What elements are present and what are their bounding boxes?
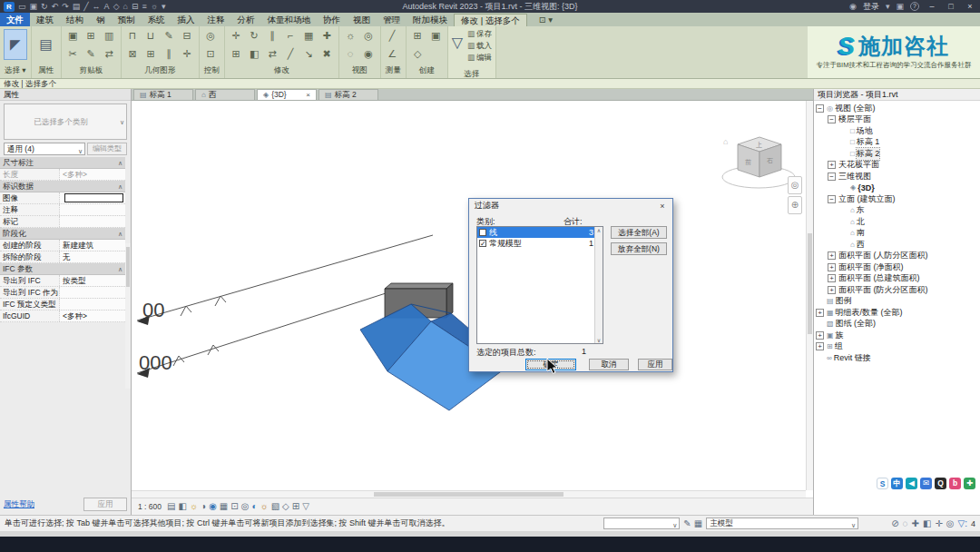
thin-lines-icon[interactable]: ≡ [142, 1, 147, 12]
view-tab-3[interactable]: ▤标高 2 [318, 89, 378, 100]
wall-joins-icon[interactable]: ⊟ [181, 29, 194, 43]
hide-element-icon[interactable]: ◌ [344, 47, 358, 61]
property-value[interactable] [60, 192, 125, 203]
image-field[interactable] [64, 193, 123, 202]
properties-help-link[interactable]: 属性帮助 [4, 499, 34, 510]
property-group-header[interactable]: 尺寸标注∧ [0, 157, 125, 169]
view-tab-1[interactable]: ⌂西 [195, 89, 255, 100]
property-value[interactable] [60, 287, 125, 298]
vertical-scrollbar[interactable] [806, 101, 813, 490]
tree-item-label[interactable]: 标高 1 [857, 136, 880, 148]
tab-modify-context[interactable]: 修改 | 选择多个 [454, 14, 527, 26]
select-pinned-toggle-icon[interactable]: ✚ [912, 518, 919, 530]
tab-2[interactable]: 钢 [90, 13, 112, 26]
tab-7[interactable]: 分析 [231, 13, 261, 26]
join-icon[interactable]: ⊔ [144, 29, 158, 43]
tree-item[interactable]: −楼层平面 [816, 114, 980, 126]
tree-item-label[interactable]: 面积平面 (总建筑面积) [838, 272, 920, 284]
tree-item-label[interactable]: 面积平面 (人防分区面积) [838, 250, 928, 261]
visibility-graphics-icon[interactable]: ☼ [344, 29, 358, 43]
tree-item-label[interactable]: 明细表/数量 (全部) [836, 307, 903, 319]
properties-filter-combo[interactable]: 通用 (4) ∨ [4, 143, 85, 155]
close-button[interactable]: × [964, 2, 976, 11]
tree-expander-icon[interactable]: + [828, 286, 836, 294]
section-icon[interactable]: ⊟ [132, 1, 139, 12]
clipboard-more-icon[interactable]: ▥ [103, 29, 116, 43]
transfer-icon[interactable]: ⇄ [103, 47, 116, 61]
tree-expander-icon[interactable]: + [816, 342, 824, 350]
tree-expander-icon[interactable]: − [828, 195, 836, 203]
dialog-apply-button[interactable]: 应用 [638, 359, 672, 370]
collapse-icon[interactable]: ∧ [118, 157, 122, 168]
tree-item-label[interactable]: 东 [857, 204, 865, 216]
worksets-icon[interactable]: ▦ [694, 518, 702, 530]
properties-scrollbar[interactable] [125, 243, 131, 389]
property-value[interactable]: <多种> [60, 310, 125, 321]
angle-icon[interactable]: ∠ [386, 47, 399, 61]
property-group-header[interactable]: 阶段化∧ [0, 228, 125, 240]
tab-9[interactable]: 协作 [317, 13, 347, 26]
activate-controls-icon[interactable]: ◎ [204, 29, 218, 43]
print-icon[interactable]: ▤ [73, 1, 81, 12]
ok-button[interactable]: 确定 [525, 359, 576, 370]
tree-item[interactable]: □标高 2 [816, 148, 980, 160]
crop-view-icon[interactable]: ▦ [220, 500, 228, 513]
qq-icon[interactable]: Q [935, 478, 946, 489]
create-assembly-icon[interactable]: ▣ [429, 29, 443, 43]
property-group-header[interactable]: IFC 参数∧ [0, 263, 125, 275]
mail-icon[interactable]: ✉ [920, 478, 932, 489]
minimize-button[interactable]: – [926, 2, 938, 11]
tree-item[interactable]: □标高 1 [816, 137, 980, 149]
cut-geometry-icon[interactable]: ⊠ [126, 47, 140, 61]
displacement-icon[interactable]: ⊞ [292, 500, 299, 513]
shijia-logo-icon[interactable]: S [877, 478, 888, 489]
property-group-header[interactable]: 标识数据∧ [0, 181, 125, 192]
tree-expander-icon[interactable]: + [828, 263, 836, 271]
tree-expander-icon[interactable]: − [816, 104, 824, 113]
pin-icon[interactable]: ✚ [320, 29, 334, 43]
apply-button[interactable]: 应用 [83, 498, 127, 511]
tree-item[interactable]: +面积平面 (净面积) [816, 261, 980, 273]
paint-icon[interactable]: ✎ [162, 29, 176, 43]
tab-file[interactable]: 文件 [0, 13, 30, 26]
tree-item-label[interactable]: 南 [857, 227, 865, 239]
tree-expander-icon[interactable]: − [828, 115, 836, 123]
shadows-icon[interactable]: ◑ [201, 500, 206, 513]
open-file-icon[interactable]: ▭ [18, 1, 26, 12]
undo-icon[interactable]: ↶ [52, 1, 59, 12]
type-selector[interactable]: 已选择多个类别 ∨ [4, 104, 127, 140]
tab-8[interactable]: 体量和场地 [261, 13, 318, 26]
tree-item[interactable]: +面积平面 (总建筑面积) [816, 273, 980, 285]
tab-12[interactable]: 附加模块 [407, 13, 454, 26]
tree-item[interactable]: +面积平面 (防火分区面积) [816, 284, 980, 296]
tree-item[interactable]: +⊞组 [816, 341, 980, 353]
tree-item-label[interactable]: 三维视图 [838, 171, 871, 182]
tree-item[interactable]: ◈{3D} [816, 182, 980, 194]
modify-cursor-icon[interactable]: ◤ [4, 29, 27, 60]
view-tab-2[interactable]: ◈{3D}× [257, 89, 317, 100]
tree-item-label[interactable]: 天花板平面 [838, 159, 879, 171]
tree-item-label[interactable]: 面积平面 (净面积) [838, 261, 904, 273]
voice-icon[interactable]: ◀ [906, 478, 917, 489]
tab-5[interactable]: 插入 [172, 13, 201, 26]
viewcube[interactable]: ⌂ 上 前 右 [722, 137, 795, 188]
edit-selection-button[interactable]: ▥编辑 [467, 53, 492, 64]
sun-path-icon[interactable]: ☼ [190, 500, 198, 513]
visual-style-icon[interactable]: ◧ [178, 500, 186, 513]
tree-item[interactable]: ▤图例 [816, 296, 980, 308]
collapse-icon[interactable]: ∧ [118, 263, 122, 274]
tree-expander-icon[interactable]: + [828, 251, 836, 260]
tree-item[interactable]: ⌂南 [816, 228, 980, 240]
close-view-icon[interactable]: × [306, 90, 310, 100]
design-option-combo[interactable]: 主模型∨ [706, 518, 858, 529]
array-icon[interactable]: ▦ [302, 29, 316, 43]
category-row[interactable]: 线3 [477, 227, 603, 238]
chevron-down-icon[interactable]: ∨ [120, 119, 124, 126]
create-similar-icon[interactable]: ◇ [411, 47, 425, 61]
save-selection-button[interactable]: ▥保存 [467, 29, 492, 40]
tree-item[interactable]: ⌂北 [816, 216, 980, 228]
analytical-model-icon[interactable]: ◇ [282, 500, 289, 513]
tree-expander-icon[interactable]: + [816, 309, 824, 317]
store-icon[interactable]: ▣ [896, 1, 904, 12]
tree-expander-icon[interactable]: + [828, 274, 836, 282]
